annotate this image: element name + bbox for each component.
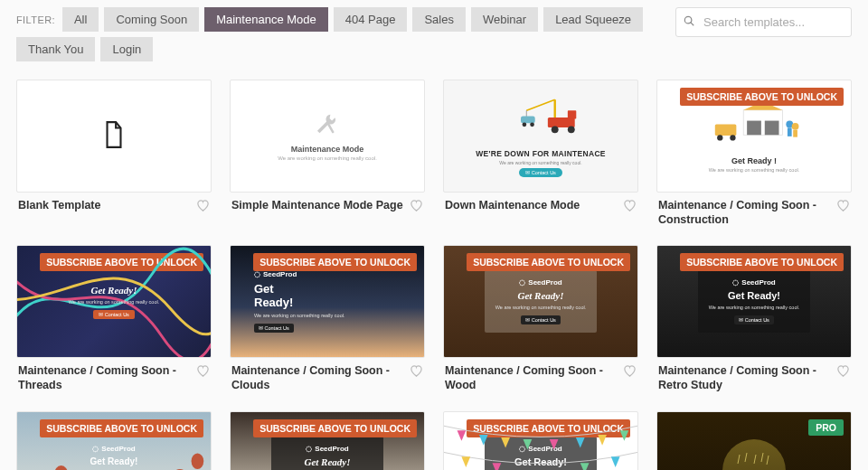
template-card: SUBSCRIBE ABOVE TO UNLOCK ◌ SeedProd Get… [16,411,212,471]
svg-point-12 [568,126,575,133]
template-card: SUBSCRIBE ABOVE TO UNLOCK ◌ SeedProd Get… [230,245,425,392]
favorite-icon[interactable] [410,199,423,216]
filter-all[interactable]: All [62,7,99,32]
seedprod-logo-icon: ◌ SeedProd [306,445,348,453]
thumb-sub: We are working on something really cool. [254,313,344,318]
thumb-sub: We are working on something really cool. [69,299,159,305]
thumb-cta: ✉ Contact Us [93,310,135,319]
svg-marker-36 [598,435,607,446]
svg-point-8 [530,123,534,127]
template-thumb-retro[interactable]: SUBSCRIBE ABOVE TO UNLOCK ◌ SeedProd Get… [656,245,852,358]
seedprod-logo-icon: ◌ SeedProd [92,445,135,453]
svg-point-19 [730,135,735,140]
search-input[interactable] [675,7,852,37]
template-card: SUBSCRIBE ABOVE TO UNLOCK Get Ready! We … [16,245,212,392]
bunting-decor-icon [444,412,637,471]
svg-point-7 [523,123,527,127]
tow-truck-icon [491,95,590,144]
template-title: Simple Maintenance Mode Page [231,199,403,213]
filter-thank-you[interactable]: Thank You [16,37,95,61]
template-thumb-threads[interactable]: SUBSCRIBE ABOVE TO UNLOCK Get Ready! We … [16,245,212,358]
favorite-icon[interactable] [836,364,850,381]
svg-line-48 [754,455,756,464]
template-thumb-clouds[interactable]: SUBSCRIBE ABOVE TO UNLOCK ◌ SeedProd Get… [230,245,425,358]
svg-point-11 [552,126,559,133]
favorite-icon[interactable] [410,364,423,381]
thumb-heading: Get Ready! [90,456,138,466]
template-thumb-blank[interactable] [16,80,212,193]
template-thumb-simple[interactable]: Maintenance Mode We are working on somet… [230,80,425,193]
svg-marker-40 [580,463,590,470]
svg-line-4 [526,99,554,110]
thumb-cta: ✉ Contact Us [254,324,294,333]
template-card: PRO When it rains it pours ! [656,411,852,471]
filter-maintenance-mode[interactable]: Maintenance Mode [204,7,328,32]
thumb-sub: We are working on something really cool. [499,160,581,165]
svg-marker-30 [458,430,467,441]
svg-rect-10 [568,110,576,118]
svg-point-29 [192,453,204,469]
unlock-badge: SUBSCRIBE ABOVE TO UNLOCK [467,253,630,271]
filter-bar: FILTER: All Coming Soon Maintenance Mode… [16,7,659,61]
unlock-badge: SUBSCRIBE ABOVE TO UNLOCK [253,253,417,271]
svg-rect-15 [765,121,779,136]
thumb-heading: Get Ready! [304,456,350,467]
search [675,7,852,37]
template-thumb-banners[interactable]: SUBSCRIBE ABOVE TO UNLOCK ◌ SeedProd Get… [443,411,638,471]
template-card: Blank Template [16,80,212,227]
thumb-sub: We are working on something really cool. [709,305,799,310]
favorite-icon[interactable] [196,199,210,216]
filter-lead-squeeze[interactable]: Lead Squeeze [543,7,643,32]
thumb-heading: Get Ready! [728,290,780,301]
file-icon [102,120,126,153]
thumb-heading: WE'RE DOWN FOR MAINTENACE [476,149,606,158]
svg-rect-17 [715,125,737,136]
template-title: Maintenance / Coming Soon - Retro Study [658,364,831,392]
template-grid: Blank Template Maintenance Mode We are w… [0,61,868,470]
favorite-icon[interactable] [623,199,637,216]
thumb-cta: ✉ Contact Us [734,315,774,324]
filter-login[interactable]: Login [100,37,153,61]
template-card: Maintenance Mode We are working on somet… [230,80,425,227]
template-thumb-wood[interactable]: SUBSCRIBE ABOVE TO UNLOCK ◌ SeedProd Get… [443,245,638,358]
filter-404-page[interactable]: 404 Page [334,7,408,32]
template-card: WE'RE DOWN FOR MAINTENACE We are working… [443,80,638,227]
template-thumb-balloons[interactable]: SUBSCRIBE ABOVE TO UNLOCK ◌ SeedProd Get… [16,411,212,471]
template-thumb-construction[interactable]: SUBSCRIBE ABOVE TO UNLOCK Get Ready ! We… [656,80,852,193]
filter-label: FILTER: [16,14,55,25]
svg-rect-6 [521,116,535,123]
unlock-badge: SUBSCRIBE ABOVE TO UNLOCK [253,419,417,437]
svg-point-0 [684,16,692,24]
unlock-badge: SUBSCRIBE ABOVE TO UNLOCK [680,88,844,106]
favorite-icon[interactable] [836,199,850,216]
svg-line-50 [767,456,769,465]
thumb-heading: Maintenance Mode [291,145,364,154]
template-card: SUBSCRIBE ABOVE TO UNLOCK ◌ SeedProd Get… [656,245,852,392]
svg-line-47 [745,453,747,462]
svg-rect-9 [548,118,575,127]
thumb-cta: ✉ Contact Us [519,168,562,177]
template-thumb-hall[interactable]: SUBSCRIBE ABOVE TO UNLOCK ◌ SeedProd Get… [230,411,425,471]
thumb-sub: We are working on something really cool. [495,305,586,310]
svg-rect-21 [788,127,792,136]
filter-coming-soon[interactable]: Coming Soon [104,7,199,32]
filter-sales[interactable]: Sales [412,7,466,32]
thumb-heading: Get Ready! [517,290,563,301]
favorite-icon[interactable] [623,364,637,381]
svg-marker-35 [576,437,585,447]
filter-webinar[interactable]: Webinar [471,7,538,32]
favorite-icon[interactable] [196,364,210,381]
svg-marker-33 [524,438,533,449]
template-thumb-down[interactable]: WE'RE DOWN FOR MAINTENACE We are working… [443,80,638,193]
unlock-badge: SUBSCRIBE ABOVE TO UNLOCK [680,253,844,271]
seedprod-logo-icon: ◌ SeedProd [519,278,561,287]
template-thumb-rain[interactable]: PRO When it rains it pours ! [656,411,852,471]
svg-marker-38 [461,456,470,467]
svg-rect-2 [327,123,335,134]
template-title: Down Maintenance Mode [445,199,580,213]
svg-marker-39 [493,463,502,470]
seedprod-logo-icon: ◌ SeedProd [732,278,775,287]
svg-marker-31 [479,435,488,446]
template-title: Maintenance / Coming Soon - Wood [445,364,618,392]
template-title: Maintenance / Coming Soon - Construction [658,199,831,227]
